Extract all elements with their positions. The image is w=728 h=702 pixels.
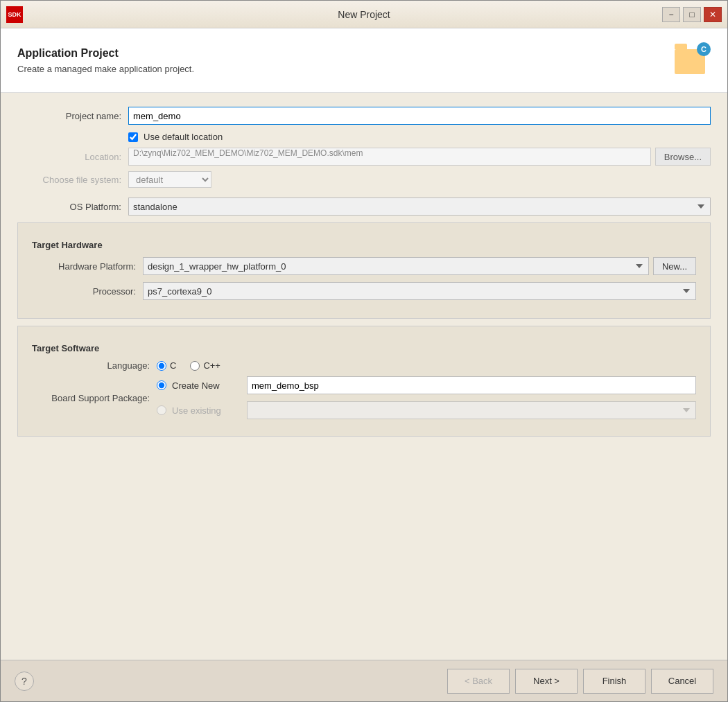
- processor-select-wrap: ps7_cortexa9_0: [143, 282, 696, 300]
- location-display: D:\zynq\Miz702_MEM_DEMO\Miz702_MEM_DEMO.…: [128, 148, 651, 166]
- c-badge-icon: C: [697, 42, 711, 56]
- footer: ? < Back Next > Finish Cancel: [1, 660, 727, 701]
- page-description: Create a managed make application projec…: [17, 64, 194, 74]
- hardware-platform-row: Hardware Platform: design_1_wrapper_hw_p…: [32, 257, 696, 275]
- processor-select[interactable]: ps7_cortexa9_0: [143, 282, 696, 300]
- language-label: Language:: [32, 360, 157, 371]
- filesystem-row: Choose file system: default: [17, 171, 711, 188]
- bsp-use-existing-radio[interactable]: [157, 405, 166, 415]
- help-button[interactable]: ?: [15, 672, 34, 691]
- title-bar: SDK New Project − □ ✕: [1, 1, 727, 28]
- bsp-use-existing-row: Use existing: [157, 401, 696, 419]
- footer-buttons: < Back Next > Finish Cancel: [447, 669, 713, 694]
- bsp-create-new-radio[interactable]: [157, 380, 166, 390]
- finish-button[interactable]: Finish: [583, 669, 645, 694]
- os-platform-label: OS Platform:: [17, 202, 128, 212]
- bsp-use-existing-label[interactable]: Use existing: [172, 405, 241, 416]
- back-button[interactable]: < Back: [447, 669, 510, 694]
- language-c-label[interactable]: C: [170, 360, 176, 371]
- language-row: Language: C C++: [32, 360, 696, 371]
- project-name-input[interactable]: [128, 107, 711, 125]
- page-title: Application Project: [17, 47, 194, 60]
- close-button[interactable]: ✕: [704, 7, 722, 22]
- bsp-radio-section: Create New Use existing: [157, 376, 696, 419]
- bsp-create-new-row: Create New: [157, 376, 696, 394]
- os-platform-row: OS Platform: standalone: [17, 198, 711, 216]
- next-button[interactable]: Next >: [515, 669, 578, 694]
- processor-label: Processor:: [32, 286, 143, 297]
- bsp-name-input[interactable]: [247, 376, 696, 394]
- language-c-radio[interactable]: [157, 361, 166, 371]
- bsp-create-new-label[interactable]: Create New: [172, 380, 241, 391]
- use-default-location-checkbox[interactable]: [128, 132, 138, 142]
- header-text: Application Project Create a managed mak…: [17, 47, 194, 74]
- bsp-row: Board Support Package: Create New Use ex…: [32, 376, 696, 419]
- window-content: Application Project Create a managed mak…: [1, 28, 727, 701]
- target-hardware-title: Target Hardware: [32, 240, 696, 250]
- cancel-button[interactable]: Cancel: [651, 669, 713, 694]
- title-bar-controls: − □ ✕: [662, 7, 722, 22]
- new-project-window: SDK New Project − □ ✕ Application Projec…: [0, 0, 728, 702]
- title-bar-left: SDK: [6, 6, 23, 23]
- project-name-label: Project name:: [17, 111, 128, 121]
- language-cpp-radio[interactable]: [190, 361, 200, 371]
- bsp-label: Board Support Package:: [32, 393, 157, 403]
- target-hardware-box: Target Hardware Hardware Platform: desig…: [17, 222, 711, 319]
- minimize-button[interactable]: −: [662, 7, 680, 22]
- filesystem-label: Choose file system:: [17, 175, 128, 185]
- maximize-button[interactable]: □: [683, 7, 701, 22]
- header-section: Application Project Create a managed mak…: [1, 28, 727, 93]
- bsp-existing-select[interactable]: [247, 401, 696, 419]
- window-title: New Project: [338, 9, 390, 20]
- filesystem-select[interactable]: default: [128, 171, 211, 188]
- language-cpp-option[interactable]: C++: [190, 360, 220, 371]
- location-label: Location:: [17, 152, 128, 162]
- use-default-location-label[interactable]: Use default location: [144, 132, 223, 142]
- language-cpp-label[interactable]: C++: [203, 360, 220, 371]
- header-icon-container: C: [675, 42, 711, 78]
- target-software-title: Target Software: [32, 343, 696, 353]
- footer-left: ?: [15, 672, 34, 691]
- sdk-icon: SDK: [6, 6, 23, 23]
- language-c-option[interactable]: C: [157, 360, 176, 371]
- form-section: Project name: Use default location Locat…: [1, 93, 727, 660]
- hardware-platform-new-button[interactable]: New...: [653, 257, 696, 275]
- os-platform-select[interactable]: standalone: [128, 198, 711, 216]
- hardware-platform-label: Hardware Platform:: [32, 261, 143, 272]
- use-default-location-row: Use default location: [17, 132, 711, 142]
- browse-button[interactable]: Browse...: [655, 148, 711, 166]
- target-software-box: Target Software Language: C C++: [17, 326, 711, 437]
- language-options: C C++: [157, 360, 220, 371]
- hardware-platform-select-wrap: design_1_wrapper_hw_platform_0 New...: [143, 257, 696, 275]
- hardware-platform-select[interactable]: design_1_wrapper_hw_platform_0: [143, 257, 649, 275]
- project-name-row: Project name:: [17, 107, 711, 125]
- processor-row: Processor: ps7_cortexa9_0: [32, 282, 696, 300]
- location-row: Location: D:\zynq\Miz702_MEM_DEMO\Miz702…: [17, 148, 711, 166]
